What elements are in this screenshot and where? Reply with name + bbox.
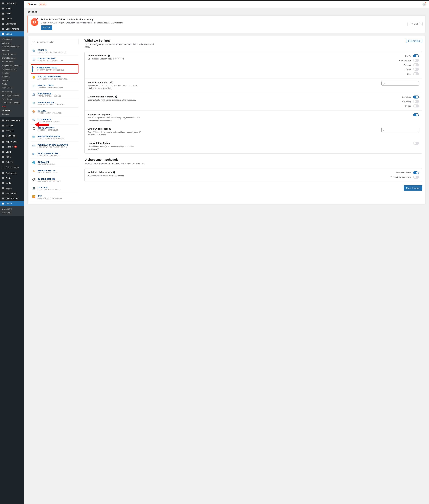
settings-nav-item[interactable]: ✉️VERIFICATION SMS GATEWAYSSMS GATEWAY V… [31,142,79,150]
settings-nav-item[interactable]: 🌐SOCIAL APICONFIGURE SOCIAL API [31,159,79,167]
help-icon[interactable]: ? [115,96,117,98]
withdraw-method-toggle[interactable] [413,54,419,57]
wp-menu-item[interactable]: Media [0,181,24,186]
wp-menu-item[interactable]: Marketing [0,133,24,138]
dokan-submenu-item[interactable]: Dashboard [0,37,24,41]
dokan-submenu-item[interactable]: Announcements [0,67,24,71]
nav-item-sub: MANAGE RETURN & WARRANTY [37,197,62,199]
order-status-toggle[interactable] [413,100,419,103]
disbursement-toggle[interactable] [413,176,419,179]
dokan-submenu-item[interactable]: Dashboard [0,207,24,211]
dokan-submenu-item[interactable]: Verifications [0,86,24,90]
settings-nav-item[interactable]: 🔁RMAMANAGE RETURN & WARRANTY [31,193,79,201]
topbar-help-icon[interactable]: ? [422,2,426,6]
wp-menu-item[interactable]: Settings [0,159,24,165]
dokan-submenu-item[interactable]: Withdraw [0,41,24,45]
settings-nav-item[interactable]: 📄PAGE SETTINGSSTORE PAGE SETTINGS MANAGE [31,82,79,91]
pager-prev-button[interactable]: ‹ [408,22,411,26]
dokan-submenu-item[interactable]: Wholesale Customer [0,93,24,97]
wp-menu-item[interactable]: Dokan [0,31,24,36]
settings-nav-item[interactable]: 🔍LIVE SEARCHAJAX LIVE SEARCH CONTROL [31,116,79,125]
settings-nav-item[interactable]: 🪙REVERSE WITHDRAWALADMIN COMMISSION CONF… [31,73,79,82]
dokan-submenu-item[interactable]: Store Support [0,60,24,63]
wp-menu-item[interactable]: Dashboard [0,170,24,176]
wp-menu-item[interactable]: Media [0,11,24,16]
wp-menu-item[interactable]: Comments [0,191,24,196]
wp-menu-item[interactable]: Analytics [0,128,24,133]
dokan-submenu-item[interactable]: Tools [0,82,24,86]
wp-menu-item[interactable]: Plugins1 [0,144,24,149]
disbursement-subheading: Select suitable Schedule for Auto Withdr… [84,162,422,165]
wp-menu-item[interactable]: User Frontend [0,26,24,31]
save-changes-button[interactable]: Save Changes [404,185,422,191]
settings-nav-item[interactable]: 🧾SELLING OPTIONSSTORE SETTINGS, COMMISSI… [31,55,79,64]
dokan-submenu-item[interactable]: Help [0,105,24,108]
dokan-submenu-item[interactable]: Request for Quotation [0,63,24,67]
withdraw-method-label: Wirecard [404,64,411,66]
settings-nav-item[interactable]: 💻LIVE CHATSECURE LIVE CHAT SETTINGS [31,184,79,193]
settings-search[interactable] [31,39,79,45]
wp-menu-item[interactable]: Products [0,123,24,128]
settings-nav-item[interactable]: 📧EMAIL VERIFICATIONVERIFICATION EMAIL MA… [31,150,79,159]
withdraw-method-toggle[interactable] [413,63,419,66]
menu-label: Marketing [6,134,15,137]
wp-menu-item[interactable]: Posts [0,6,24,11]
wp-menu-item[interactable]: Posts [0,176,24,181]
wp-menu-item[interactable]: Appearance [0,139,24,144]
menu-label: Products [6,124,14,127]
settings-nav-item[interactable]: 💬QUOTE SETTINGSCONFIGURE QUOTE SETTINGS [31,176,79,184]
dokan-submenu-item[interactable]: Refunds [0,71,24,75]
wp-menu-item[interactable]: WooCommerce [0,118,24,123]
wp-menu-item[interactable]: Comments [0,21,24,26]
disbursement-toggle[interactable] [413,171,419,174]
dokan-submenu-item[interactable]: Store Reviews [0,56,24,60]
settings-nav-item[interactable]: ⚙️GENERALSITE SETTINGS AND STORE OPTIONS [31,47,79,55]
dokan-submenu-item[interactable]: Vendors [0,49,24,52]
dokan-submenu-item[interactable]: Reports [0,75,24,79]
main-area: Dokan v3.6.5 ? Settings D ▲ Dokan Produc… [24,0,429,504]
hide-withdraw-toggle[interactable] [413,142,419,145]
help-icon[interactable]: ? [109,128,111,130]
wp-menu-item[interactable]: User Frontend [0,196,24,201]
wp-menu-item[interactable]: Pages [0,186,24,191]
dokan-submenu-item[interactable]: Settings [0,108,24,112]
settings-nav-item[interactable]: 🛡️PRIVACY POLICYUPDATE STORE PRIVACY POL… [31,99,79,108]
notice-get-now-button[interactable]: Get Now [41,26,52,30]
notice-text: Dokan Product Addon requires WooCommerce… [41,22,124,24]
dokan-submenu-item[interactable]: Withdraw [0,211,24,214]
min-limit-input[interactable] [382,81,419,86]
help-icon[interactable]: ? [113,171,115,174]
dokan-submenu-item[interactable]: Advertising [0,97,24,101]
settings-search-input[interactable] [37,41,76,43]
threshold-input[interactable] [382,128,419,132]
wp-menu-item[interactable]: Users [0,149,24,154]
order-status-toggle[interactable] [413,96,419,98]
dokan-submenu-item[interactable]: Reverse Withdrawal [0,45,24,49]
wp-menu-item[interactable]: Dashboard [0,1,24,6]
documentation-button[interactable]: Documentation [406,39,422,43]
withdraw-method-toggle[interactable] [413,68,419,71]
dokan-submenu-item[interactable]: Abuse Reports [0,52,24,56]
withdraw-method-toggle[interactable] [413,72,419,75]
wp-menu-item[interactable]: Pages [0,16,24,21]
help-icon[interactable]: ? [108,54,110,57]
settings-nav-item[interactable]: 🎨COLORSSTORE COLOR CUSTOMIZATION [31,108,79,116]
dokan-submenu-item[interactable]: Modules [0,79,24,82]
settings-nav-item[interactable]: 🏷️SHIPPING STATUSMANAGE SHIPPING STATUS [31,167,79,176]
wp-menu-item[interactable]: Dokan [0,201,24,206]
settings-nav-item[interactable]: 🏛️APPEARANCECUSTOM STORE APPEARANCE [31,91,79,99]
settings-nav-item[interactable]: 🎧STORE SUPPORTSTORE SUPPORT MANAGE [31,125,79,133]
wp-menu-item[interactable]: Tools [0,154,24,159]
order-status-row: Processing [402,100,419,103]
collapse-menu[interactable]: Collapse menu [0,165,24,170]
order-status-toggle[interactable] [413,105,419,107]
pager-next-button[interactable]: › [420,22,422,26]
exclude-cod-toggle[interactable] [413,113,419,116]
dokan-submenu-item[interactable]: Wholesale Customer [0,101,24,105]
menu-icon [1,150,4,153]
withdraw-method-toggle[interactable] [413,59,419,62]
dokan-submenu-item[interactable]: Advertising [0,90,24,93]
settings-nav-item[interactable]: 📍WITHDRAW OPTIONSWITHDRAW SETTINGS, THRE… [31,64,79,73]
settings-nav-item[interactable]: 🪪SELLER VERIFICATIONVENDOR VERIFICATION … [31,133,79,142]
dokan-submenu-item[interactable]: License [0,112,24,116]
